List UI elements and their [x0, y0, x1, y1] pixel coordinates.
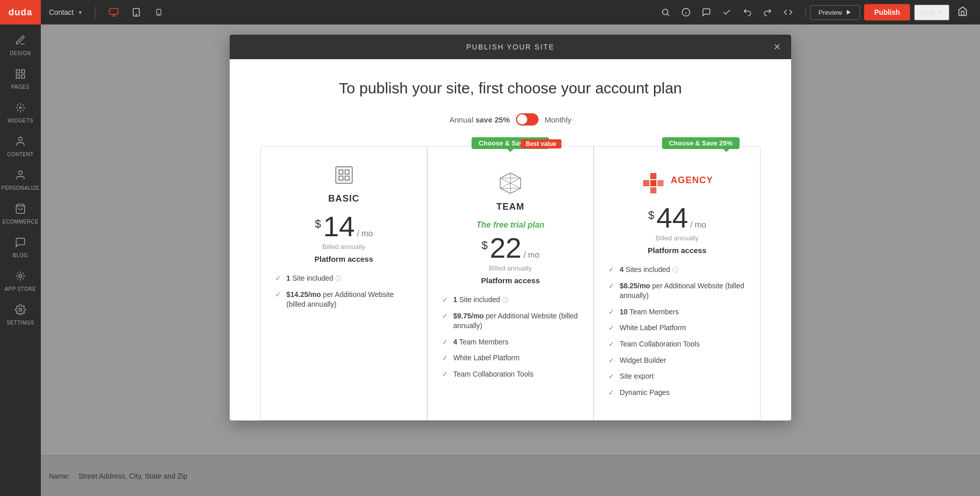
basic-feature-1: ✓ 1 Site included ⓘ	[275, 274, 412, 284]
info-icon-1[interactable]: ⓘ	[335, 275, 341, 282]
agency-feature-2: ✓ $8.25/mo per Additional Website (bille…	[608, 281, 746, 301]
agency-header-row: AGENCY	[608, 171, 746, 197]
agency-feature-4: ✓ White Label Platform	[608, 323, 746, 333]
redo-icon	[763, 8, 772, 17]
team-badge-spacer	[442, 163, 579, 171]
app-store-icon	[15, 270, 26, 284]
team-info-1[interactable]: ⓘ	[502, 296, 508, 304]
team-plan-price: $ 22 / mo	[442, 234, 579, 262]
agency-feature-6: ✓ Widget Builder	[608, 356, 746, 366]
team-plan-trial: The free trial plan	[442, 220, 579, 230]
sidebar: DESIGN PAGES WIDGETS CONTENT PERSONALIZE…	[0, 24, 41, 496]
team-access: Platform access	[442, 276, 579, 285]
sidebar-item-widgets[interactable]: WIDGETS	[2, 97, 39, 129]
agency-feature-5: ✓ Team Collaboration Tools	[608, 339, 746, 350]
help-button[interactable]: Help ▼	[914, 5, 949, 20]
team-check-5: ✓	[442, 370, 448, 378]
sidebar-item-content[interactable]: CONTENT	[2, 131, 39, 162]
info-button[interactable]	[677, 3, 695, 21]
svg-rect-10	[16, 75, 19, 78]
sidebar-item-design[interactable]: DESIGN	[2, 30, 39, 61]
publish-button[interactable]: Publish	[864, 4, 911, 20]
sidebar-content-label: CONTENT	[7, 152, 34, 157]
blog-icon	[15, 237, 26, 251]
home-icon	[958, 6, 968, 16]
duda-logo[interactable]: duda	[0, 0, 41, 24]
agency-plan-name: AGENCY	[671, 175, 713, 186]
svg-rect-24	[650, 173, 656, 179]
sidebar-ecommerce-label: ECOMMERCE	[3, 219, 39, 225]
basic-plan-card: BASIC $ 14 / mo Billed annually Platform…	[261, 146, 427, 420]
agency-price-per: / mo	[690, 220, 706, 230]
undo-button[interactable]	[738, 3, 756, 21]
team-plan-name: TEAM	[442, 202, 579, 212]
mobile-icon	[155, 8, 162, 17]
team-feature-1: ✓ 1 Site included ⓘ	[442, 295, 579, 305]
svg-rect-23	[643, 180, 649, 186]
basic-price-per: / mo	[357, 229, 373, 238]
team-billed: Billed annually	[442, 264, 579, 272]
agency-check-7: ✓	[608, 372, 615, 380]
tablet-icon	[132, 8, 141, 17]
agency-check-3: ✓	[608, 308, 615, 316]
sidebar-item-blog[interactable]: BLOG	[2, 232, 39, 263]
agency-billed: Billed annually	[608, 234, 746, 242]
preview-button[interactable]: Preview	[810, 5, 860, 20]
toolbar-actions	[652, 3, 801, 21]
modal-body: To publish your site, first choose your …	[230, 59, 791, 420]
check-button[interactable]	[718, 3, 736, 21]
sidebar-item-ecommerce[interactable]: ECOMMERCE	[2, 198, 39, 230]
publish-modal: PUBLISH YOUR SITE ✕ To publish your site…	[230, 35, 791, 420]
agency-check-5: ✓	[608, 340, 615, 348]
home-button[interactable]	[953, 6, 972, 19]
sidebar-item-settings[interactable]: SETTINGS	[2, 299, 39, 331]
sidebar-pages-label: PAGES	[11, 84, 30, 90]
team-feature-5: ✓ Team Collaboration Tools	[442, 369, 579, 380]
page-selector[interactable]: Contact ▼	[41, 8, 91, 16]
tablet-view-button[interactable]	[126, 3, 146, 21]
sidebar-item-pages[interactable]: PAGES	[2, 63, 39, 95]
modal-close-button[interactable]: ✕	[771, 41, 783, 53]
agency-feature-1: ✓ 4 Sites included ⓘ	[608, 265, 746, 275]
agency-access: Platform access	[608, 246, 746, 255]
agency-feature-7: ✓ Site export	[608, 371, 746, 382]
comment-button[interactable]	[697, 3, 716, 21]
team-feature-2: ✓ $9.75/mo per Additional Website (bille…	[442, 311, 579, 331]
billing-toggle-switch[interactable]	[516, 113, 538, 126]
agency-check-2: ✓	[608, 282, 615, 290]
search-button[interactable]	[656, 3, 675, 21]
agency-plan-card: Choose & Save 25%	[594, 146, 760, 420]
team-feature-2-text: $9.75/mo per Additional Website (billed …	[453, 311, 579, 331]
svg-marker-7	[847, 10, 851, 15]
code-button[interactable]	[779, 3, 797, 21]
basic-dollar-sign: $	[315, 217, 321, 231]
agency-feature-8: ✓ Dynamic Pages	[608, 388, 746, 398]
agency-info-1[interactable]: ⓘ	[672, 266, 678, 274]
mobile-view-button[interactable]	[149, 3, 169, 21]
agency-feature-5-text: Team Collaboration Tools	[620, 339, 700, 350]
team-price-per: / mo	[524, 251, 540, 260]
agency-feature-2-text: $8.25/mo per Additional Website (billed …	[620, 281, 746, 301]
agency-check-4: ✓	[608, 324, 615, 332]
redo-button[interactable]	[758, 3, 777, 21]
basic-feature-1-text: 1 Site included ⓘ	[286, 274, 341, 284]
main-area: Name: Street Address, City, State and Zi…	[41, 24, 980, 496]
team-check-3: ✓	[442, 338, 448, 346]
comment-icon	[702, 8, 711, 17]
team-check-2: ✓	[442, 312, 448, 320]
annual-label: Annual save 25%	[450, 115, 510, 124]
basic-feature-2-text: $14.25/mo per Additional Website (billed…	[286, 290, 412, 310]
team-feature-5-text: Team Collaboration Tools	[453, 369, 533, 380]
help-chevron-icon: ▼	[937, 10, 942, 15]
play-icon	[845, 9, 851, 15]
best-value-badge: Best value	[521, 139, 561, 148]
svg-point-13	[18, 137, 22, 141]
sidebar-item-personalize[interactable]: PERSONALIZE	[2, 164, 39, 196]
svg-point-2	[136, 14, 137, 15]
svg-point-14	[18, 171, 22, 175]
sidebar-item-app-store[interactable]: APP STORE	[2, 265, 39, 297]
desktop-view-button[interactable]	[104, 3, 124, 21]
modal-main-title: To publish your site, first choose your …	[260, 80, 761, 97]
agency-features: ✓ 4 Sites included ⓘ ✓ $8.25/mo per Addi…	[608, 265, 746, 398]
svg-rect-25	[657, 180, 664, 186]
